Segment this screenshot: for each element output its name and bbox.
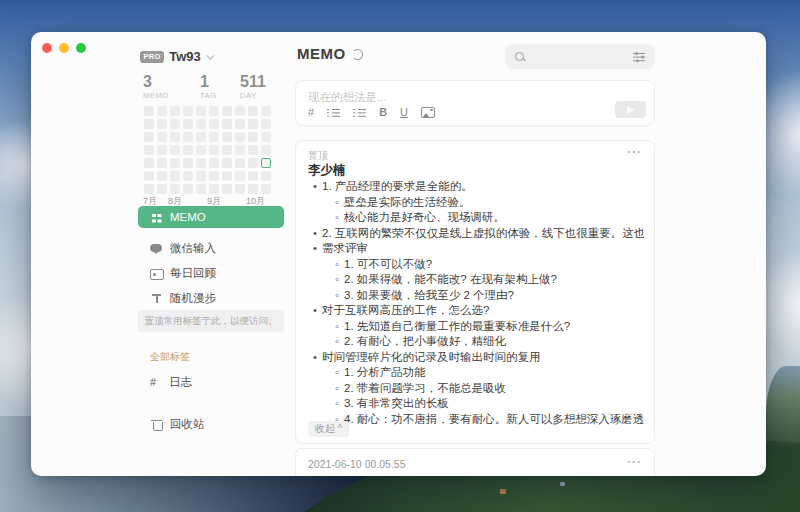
more-menu-icon[interactable]: ···	[627, 456, 642, 468]
heatmap-cell[interactable]	[261, 184, 271, 194]
sidebar-item-daily-review[interactable]: 每日回顾	[138, 262, 284, 284]
heatmap-cell[interactable]	[235, 184, 245, 194]
more-menu-icon[interactable]: ···	[627, 146, 642, 158]
stat-value: 3	[143, 73, 169, 90]
heatmap-cell[interactable]	[157, 119, 167, 129]
sidebar-item-trash[interactable]: 回收站	[138, 414, 284, 434]
collapse-button[interactable]: 收起 ^	[308, 421, 349, 437]
heatmap-cell[interactable]	[248, 158, 258, 168]
heatmap-cell[interactable]	[235, 145, 245, 155]
heatmap-cell[interactable]	[222, 106, 232, 116]
heatmap-cell[interactable]	[261, 119, 271, 129]
heatmap-cell[interactable]	[157, 171, 167, 181]
heatmap-cell[interactable]	[144, 171, 154, 181]
zoom-button[interactable]	[76, 43, 86, 53]
heatmap-cell[interactable]	[196, 145, 206, 155]
minimize-button[interactable]	[59, 43, 69, 53]
heatmap-cell[interactable]	[183, 106, 193, 116]
heatmap-cell[interactable]	[222, 145, 232, 155]
heatmap-cell[interactable]	[235, 132, 245, 142]
heatmap-cell[interactable]	[248, 106, 258, 116]
heatmap-cell[interactable]	[144, 158, 154, 168]
sidebar-item-random-walk[interactable]: 随机漫步	[138, 287, 284, 309]
memo-composer[interactable]: 现在的想法是... # B U	[295, 80, 655, 126]
heatmap-cell[interactable]	[248, 132, 258, 142]
heatmap-cell[interactable]	[261, 132, 271, 142]
heatmap-cell[interactable]	[261, 106, 271, 116]
bold-button[interactable]: B	[379, 105, 387, 119]
heatmap-cell[interactable]	[235, 158, 245, 168]
heatmap-cell[interactable]	[157, 132, 167, 142]
sidebar-item-memo[interactable]: MEMO	[138, 206, 284, 228]
heatmap-cell[interactable]	[222, 158, 232, 168]
heatmap-cell[interactable]	[248, 119, 258, 129]
heatmap-cell[interactable]	[157, 184, 167, 194]
heatmap-cell[interactable]	[196, 184, 206, 194]
heatmap-cell[interactable]	[209, 132, 219, 142]
heatmap-cell[interactable]	[170, 106, 180, 116]
heatmap-cell[interactable]	[170, 171, 180, 181]
heatmap-cell[interactable]	[222, 171, 232, 181]
heatmap-cell[interactable]	[170, 184, 180, 194]
heatmap-cell[interactable]	[196, 171, 206, 181]
heatmap-cell[interactable]	[157, 106, 167, 116]
memo-list-item: ◦1. 可不可以不做?	[308, 257, 644, 273]
underline-button[interactable]: U	[400, 105, 408, 119]
refresh-icon[interactable]	[352, 48, 363, 59]
wechat-bubble-icon	[150, 242, 163, 255]
heatmap-cell[interactable]	[222, 132, 232, 142]
sidebar-item-wechat-input[interactable]: 微信输入	[138, 237, 284, 259]
daily-review-icon	[150, 267, 163, 280]
heatmap-cell[interactable]	[235, 106, 245, 116]
heatmap-cell[interactable]	[183, 132, 193, 142]
heatmap-cell[interactable]	[170, 132, 180, 142]
heatmap-cell[interactable]	[248, 171, 258, 181]
heatmap-cell[interactable]	[144, 132, 154, 142]
heatmap-cell[interactable]	[248, 184, 258, 194]
search-box[interactable]	[505, 44, 655, 69]
hash-tag-button[interactable]: #	[308, 105, 314, 119]
heatmap-cell[interactable]	[144, 106, 154, 116]
user-menu[interactable]: PRO Tw93	[140, 49, 212, 64]
heatmap-cell[interactable]	[183, 145, 193, 155]
heatmap-cell[interactable]	[209, 145, 219, 155]
all-tags-toggle[interactable]: 全部标签	[150, 350, 190, 364]
heatmap-cell[interactable]	[235, 119, 245, 129]
heatmap-cell[interactable]	[209, 106, 219, 116]
heatmap-cell[interactable]	[209, 171, 219, 181]
sidebar-tag-journal[interactable]: # 日志	[138, 372, 284, 392]
send-button[interactable]	[615, 101, 646, 118]
heatmap-cell[interactable]	[183, 184, 193, 194]
search-input[interactable]	[531, 51, 633, 63]
filter-sliders-icon[interactable]	[633, 51, 646, 63]
heatmap-cell[interactable]	[144, 119, 154, 129]
heatmap-cell[interactable]	[209, 158, 219, 168]
heatmap-cell[interactable]	[196, 106, 206, 116]
heatmap-cell[interactable]	[144, 145, 154, 155]
heatmap-cell[interactable]	[248, 145, 258, 155]
heatmap-cell[interactable]	[196, 132, 206, 142]
image-button[interactable]	[421, 107, 435, 118]
heatmap-cell[interactable]	[183, 171, 193, 181]
heatmap-cell[interactable]	[157, 145, 167, 155]
heatmap-cell[interactable]	[261, 158, 271, 168]
heatmap-cell[interactable]	[183, 119, 193, 129]
heatmap-cell[interactable]	[196, 158, 206, 168]
heatmap-cell[interactable]	[196, 119, 206, 129]
heatmap-cell[interactable]	[261, 171, 271, 181]
heatmap-cell[interactable]	[144, 184, 154, 194]
heatmap-cell[interactable]	[170, 119, 180, 129]
heatmap-cell[interactable]	[170, 158, 180, 168]
heatmap-cell[interactable]	[261, 145, 271, 155]
heatmap-cell[interactable]	[235, 171, 245, 181]
heatmap-cell[interactable]	[222, 184, 232, 194]
bullet-list-button[interactable]	[353, 107, 366, 118]
heatmap-cell[interactable]	[170, 145, 180, 155]
heatmap-cell[interactable]	[209, 119, 219, 129]
heatmap-cell[interactable]	[222, 119, 232, 129]
close-button[interactable]	[42, 43, 52, 53]
heatmap-cell[interactable]	[209, 184, 219, 194]
heatmap-cell[interactable]	[183, 158, 193, 168]
ordered-list-button[interactable]	[327, 107, 340, 118]
heatmap-cell[interactable]	[157, 158, 167, 168]
